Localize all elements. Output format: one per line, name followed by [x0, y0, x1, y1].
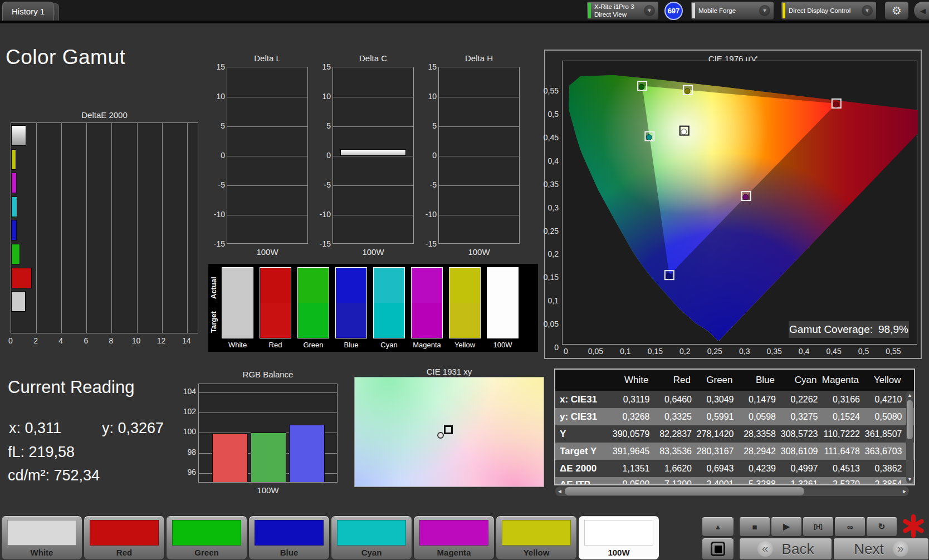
patch-button-green[interactable]: Green: [166, 515, 247, 560]
axis-tick-label: 5: [208, 121, 225, 130]
reading-y: y: 0,3267: [102, 420, 164, 437]
axis-tick-label: 104: [183, 387, 196, 396]
patch-button-red[interactable]: Red: [84, 515, 165, 560]
patch-button-100w[interactable]: 100W: [578, 515, 659, 560]
axis-tick-label: 0,35: [544, 180, 559, 189]
patch-button-cyan[interactable]: Cyan: [331, 515, 412, 560]
swatch-actual: [374, 268, 404, 303]
swatch-label: 100W: [487, 341, 519, 349]
table-header-Yellow: Yellow: [863, 375, 906, 386]
table-header-Magenta: Magenta: [822, 375, 864, 386]
swatch-actual: [222, 268, 253, 303]
patch-label: Cyan: [331, 548, 412, 557]
scrollbar-thumb[interactable]: [907, 400, 913, 439]
cell-value: 0,3268: [611, 412, 653, 422]
gamut-marker-dot-white: [681, 129, 687, 135]
swatch-label: Blue: [335, 341, 367, 349]
axis-tick-label: 0,1: [548, 296, 559, 305]
chart-x-label: 100W: [438, 247, 520, 257]
swatch-actual: [260, 268, 291, 303]
scrollbar-thumb[interactable]: [565, 487, 804, 495]
axis-tick-label: 0,3: [739, 347, 750, 356]
cell-value: 2,5270: [822, 477, 864, 485]
single-measure-icon: [H]: [814, 523, 822, 530]
swatch-actual: [449, 268, 480, 303]
deltae2000-x-axis: 02468101214: [11, 336, 198, 347]
meter-dropdown[interactable]: X-Rite i1Pro 3 Direct View ▼: [586, 1, 659, 20]
continuous-measure-button[interactable]: ∞: [834, 517, 866, 537]
gamut-coverage-value: 98,9%: [878, 323, 908, 336]
row-label: x: CIE31: [555, 394, 611, 405]
loop-button[interactable]: ↻: [866, 517, 897, 537]
swatch-green: [297, 267, 329, 338]
axis-tick-label: 14: [182, 336, 191, 345]
axis-tick-label: 0,1: [620, 347, 630, 356]
tab-history-1[interactable]: History 1: [2, 2, 54, 21]
collapse-panel-button[interactable]: ◀: [913, 1, 929, 20]
patch-swatch: [584, 520, 653, 546]
cell-value: 0,6943: [695, 464, 737, 474]
scroll-up-icon[interactable]: ▲: [906, 391, 913, 399]
back-button[interactable]: « Back: [739, 538, 832, 560]
patch-button-white[interactable]: White: [1, 515, 82, 560]
patch-button-blue[interactable]: Blue: [248, 515, 330, 560]
chart-x-label: 100W: [227, 247, 308, 257]
axis-tick-label: 0,35: [767, 347, 782, 356]
stop-button[interactable]: ■: [739, 517, 770, 537]
swatch-actual: [298, 268, 329, 303]
chart-title: DeltaE 2000: [11, 110, 198, 120]
gamut-marker-dot-blue: [666, 273, 672, 279]
chevron-down-icon: ▼: [644, 5, 655, 16]
swatch-labels: WhiteRedGreenBlueCyanMagentaYellow100W: [222, 341, 519, 349]
scroll-left-icon[interactable]: ◄: [555, 487, 564, 496]
axis-tick-label: 0,15: [544, 273, 559, 282]
axis-tick-label: 0,2: [548, 249, 559, 258]
reading-cdm2: cd/m²: 752,34: [8, 467, 100, 484]
axis-tick-label: 0,05: [588, 347, 603, 356]
axis-tick-label: 0: [8, 336, 13, 345]
patch-panel-up-button[interactable]: ▲: [702, 517, 734, 537]
patch-window-button[interactable]: [702, 538, 734, 560]
row-label: Target Y: [555, 446, 611, 457]
gridline: [227, 97, 307, 97]
table-header-White: White: [611, 375, 653, 386]
single-measure-button[interactable]: [H]: [803, 517, 834, 537]
settings-button[interactable]: ⚙: [884, 1, 909, 20]
axis-tick-label: 0: [420, 151, 437, 160]
scroll-right-icon[interactable]: ►: [900, 487, 909, 496]
measurement-table: WhiteRedGreenBlueCyanMagentaYellow x: CI…: [554, 369, 915, 485]
source-dropdown[interactable]: Mobile Forge ▼: [691, 1, 774, 20]
axis-tick-label: 0: [314, 151, 331, 160]
table-header-Cyan: Cyan: [779, 375, 822, 386]
play-button[interactable]: ▶: [771, 517, 802, 537]
patch-button-yellow[interactable]: Yellow: [496, 515, 577, 560]
reading-count-badge[interactable]: 697: [664, 2, 683, 20]
arrow-up-icon: ▲: [715, 523, 722, 531]
table-horizontal-scrollbar[interactable]: ◄ ►: [555, 487, 909, 496]
cell-value: 0,4210: [863, 395, 906, 405]
swatch-target: [222, 303, 253, 338]
chart-plot: 151050-5-10-15: [227, 67, 308, 244]
gridline: [227, 215, 307, 215]
axis-tick-label: 0,25: [707, 347, 722, 356]
cell-value: 0,3862: [863, 464, 906, 474]
cell-value: 308,5723: [779, 429, 822, 439]
delta-bar: [340, 149, 406, 156]
target-label: Target: [209, 306, 221, 338]
patch-swatch: [255, 520, 324, 546]
swatch-target: [449, 303, 480, 338]
next-button[interactable]: Next »: [833, 538, 929, 560]
gridline: [61, 123, 62, 333]
patch-button-magenta[interactable]: Magenta: [413, 515, 495, 560]
table-vertical-scrollbar[interactable]: ▲ ▼: [906, 391, 913, 483]
gridline: [333, 215, 413, 215]
swatch-target: [298, 303, 329, 338]
gridline: [199, 392, 337, 393]
cell-value: 0,5080: [863, 412, 906, 422]
cell-value: 83,3536: [653, 446, 696, 456]
swatch-row: [222, 267, 519, 338]
gridline: [439, 97, 519, 97]
workflow-dropdown[interactable]: Direct Display Control ▼: [781, 1, 877, 20]
scroll-down-icon[interactable]: ▼: [906, 475, 913, 483]
table-body: x: CIE310,31190,64600,30490,14790,22620,…: [555, 391, 914, 485]
